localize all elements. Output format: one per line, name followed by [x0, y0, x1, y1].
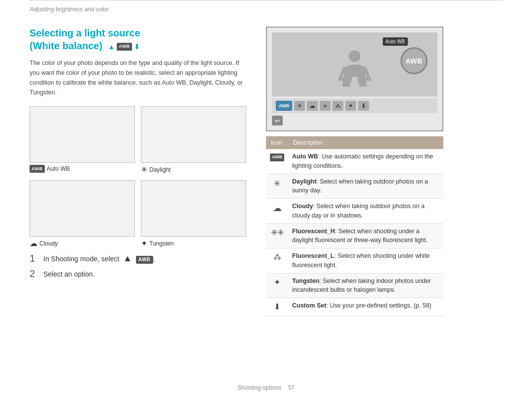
- toolbar-btn-tungsten[interactable]: ✦: [345, 101, 356, 111]
- table-cell-icon: ☁: [266, 199, 288, 224]
- section-title: Selecting a light source (White balance)…: [30, 27, 246, 52]
- table-cell-icon: ✳: [266, 174, 288, 199]
- col-header-icon: Icon: [266, 136, 288, 149]
- breadcrumb: Adjusting brightness and color: [30, 0, 502, 17]
- awb-tooltip: Auto WB: [383, 37, 408, 46]
- description-table: Icon Description AWBAuto WB: Use automat…: [266, 136, 443, 316]
- photo-label-autowb: AWB Auto WB: [30, 165, 135, 173]
- step-1: 1 In Shooting mode, select ▲ AWB.: [30, 253, 246, 264]
- toolbar-btn-cloud[interactable]: ☁: [307, 101, 318, 111]
- section-description: The color of your photo depends on the t…: [30, 58, 246, 97]
- preview-screen: Auto WB AWB: [272, 32, 437, 96]
- awb-title-badge: AWB: [117, 43, 132, 51]
- table-row: ☁Cloudy: Select when taking outdoor phot…: [266, 199, 443, 224]
- table-cell-icon: AWB: [266, 149, 288, 174]
- step-2: 2 Select an option.: [30, 268, 246, 279]
- table-row: ✳Daylight: Select when taking outdoor ph…: [266, 174, 443, 199]
- table-cell-desc: Tungsten: Select when taking indoor phot…: [288, 273, 443, 298]
- col-header-desc: Description: [288, 136, 443, 149]
- table-cell-icon: ⬇: [266, 298, 288, 316]
- table-row: AWBAuto WB: Use automatic settings depen…: [266, 149, 443, 174]
- toolbar-btn-awb[interactable]: AWB: [276, 101, 292, 111]
- preview-toolbar: AWB ✳ ☁ ⁜ ⁂ ✦ ⬇: [272, 98, 437, 113]
- table-row: ⁜⁜Fluorescent_H: Select when shooting un…: [266, 223, 443, 248]
- photo-label-cloudy: ☁ Cloudy: [30, 239, 135, 248]
- table-cell-desc: Cloudy: Select when taking outdoor photo…: [288, 199, 443, 224]
- page-footer: Shooting options 57: [0, 384, 532, 391]
- table-cell-icon: ✦: [266, 273, 288, 298]
- table-cell-desc: Fluorescent_H: Select when shooting unde…: [288, 223, 443, 248]
- title-icons: ▲ AWB ⬇: [108, 42, 139, 51]
- table-cell-desc: Custom Set: Use your pre-defined setting…: [288, 298, 443, 316]
- svg-point-0: [349, 50, 361, 62]
- photo-item-tungsten: ✦ Tungsten: [141, 180, 246, 248]
- photo-label-daylight: ✳ Daylight: [141, 165, 246, 174]
- table-row: ⁂Fluorescent_L: Select when shooting und…: [266, 248, 443, 274]
- toolbar-btn-fluor-h[interactable]: ⁜: [320, 101, 331, 111]
- table-row: ⬇Custom Set: Use your pre-defined settin…: [266, 298, 443, 316]
- photo-item-autowb: AWB Auto WB: [30, 106, 135, 174]
- silhouette-icon: [335, 47, 374, 96]
- table-header-row: Icon Description: [266, 136, 443, 149]
- toolbar-btn-sun[interactable]: ✳: [294, 101, 305, 111]
- photo-item-cloudy: ☁ Cloudy: [30, 180, 135, 248]
- table-cell-desc: Daylight: Select when taking outdoor pho…: [288, 174, 443, 199]
- back-button[interactable]: ↩: [272, 116, 283, 125]
- toolbar-btn-fluor-l[interactable]: ⁂: [332, 101, 343, 111]
- photo-item-daylight: ✳ Daylight: [141, 106, 246, 174]
- awb-circle: AWB: [400, 47, 428, 74]
- camera-preview: Auto WB AWB AWB ✳ ☁ ⁜ ⁂ ✦ ⬇: [266, 27, 443, 131]
- steps-section: 1 In Shooting mode, select ▲ AWB. 2 Sele…: [30, 253, 246, 279]
- photo-label-tungsten: ✦ Tungsten: [141, 239, 246, 248]
- table-cell-desc: Fluorescent_L: Select when shooting unde…: [288, 248, 443, 274]
- table-cell-icon: ⁂: [266, 248, 288, 274]
- table-cell-desc: Auto WB: Use automatic settings dependin…: [288, 149, 443, 174]
- table-row: ✦Tungsten: Select when taking indoor pho…: [266, 273, 443, 298]
- toolbar-btn-custom[interactable]: ⬇: [358, 101, 369, 111]
- table-cell-icon: ⁜⁜: [266, 223, 288, 248]
- photo-grid: AWB Auto WB ✳ Daylight ☁ Cloudy: [30, 106, 246, 248]
